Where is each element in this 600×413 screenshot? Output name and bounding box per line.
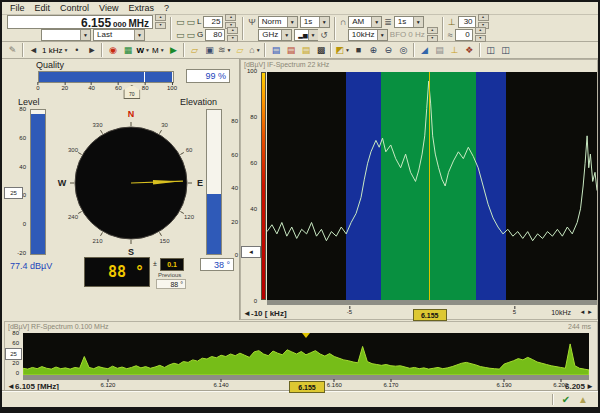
waterfall-combo[interactable]: W▼ <box>135 43 151 57</box>
elevation-scale: 806040200 <box>224 118 240 258</box>
memory-combo[interactable]: Last ▼ <box>93 29 145 41</box>
rf-panel-title: [dBµV] RF-Spectrum 0.100 MHz <box>8 323 109 330</box>
if-trace-line <box>267 81 597 241</box>
report-red-icon[interactable]: ▤ <box>283 43 298 57</box>
bfo-spinner[interactable]: ▴▾ <box>427 27 438 42</box>
report-blue-icon[interactable]: ▤ <box>268 43 283 57</box>
export-folder-icon[interactable]: ▱ <box>232 43 247 57</box>
if-x-tick-label: 5 <box>513 306 516 315</box>
bearing-tool-icon[interactable]: ◢ <box>417 43 432 57</box>
printer-icon: ▤ <box>435 45 444 55</box>
agc-spinner[interactable]: ▴▾ <box>475 27 486 42</box>
annotate-pen-icon: ✎ <box>9 45 17 55</box>
step-size-combo[interactable]: 1 kHz▼ <box>41 43 69 57</box>
step-dot-button[interactable]: • <box>69 43 84 57</box>
if-scroll-left-icon[interactable]: ◄ <box>243 309 251 318</box>
quality-tick-label: 40 <box>88 82 95 91</box>
repeat-icon[interactable]: ↺ <box>320 30 328 40</box>
range-combo[interactable]: GHz ▼ <box>258 29 292 41</box>
map-view-combo[interactable]: ⌂▼ <box>247 43 262 57</box>
zoom-select-icon[interactable]: ◎ <box>396 43 411 57</box>
printer-icon[interactable]: ▤ <box>432 43 447 57</box>
meas-time-combo[interactable]: 1s ▼ <box>300 16 330 28</box>
cascade-windows-icon: ◫ <box>501 45 510 55</box>
modulation-value: AM <box>352 17 364 26</box>
if-marker-line[interactable] <box>429 72 430 300</box>
level-gradient-bar <box>261 72 266 300</box>
hold-time-combo[interactable]: 1s ▼ <box>394 16 424 28</box>
ok-check-icon: ✔ <box>562 395 570 405</box>
rx-mode-value: Norm <box>262 17 282 26</box>
modulation-combo[interactable]: AM ▼ <box>348 16 382 28</box>
squelch-value: 25 <box>212 17 221 26</box>
rf-marker-flag[interactable]: 6.155 <box>289 381 325 393</box>
rf-marker-triangle-icon[interactable] <box>302 333 310 338</box>
if-spectrum-plot[interactable] <box>267 72 597 300</box>
scale-tick-label: 60 <box>224 152 240 158</box>
agc-field[interactable]: 0 <box>455 29 473 41</box>
step-forward-button[interactable]: ► <box>84 43 99 57</box>
report-yellow-icon[interactable]: ▤ <box>298 43 313 57</box>
rx-mode-combo[interactable]: Norm ▼ <box>258 16 298 28</box>
scale-tick-label: 0 <box>241 298 259 304</box>
attenuation-field[interactable]: 30 <box>458 16 476 28</box>
start-measure-button[interactable]: ▶ <box>166 43 181 57</box>
rf-scroll-left-icon[interactable]: ◄ <box>7 382 15 391</box>
record-button[interactable]: ◉ <box>105 43 120 57</box>
chevron-down-icon: ▼ <box>134 30 144 40</box>
menu-help[interactable]: ? <box>159 3 174 13</box>
chevron-down-icon: ▼ <box>413 17 423 27</box>
meas-time-value: 1s <box>304 17 312 26</box>
rf-scroll-right-icon[interactable]: ► <box>586 382 594 391</box>
antenna-tool-icon: ⊥ <box>450 45 458 55</box>
tile-windows-icon[interactable]: ◫ <box>483 43 498 57</box>
track-tool-icon[interactable]: ❖ <box>462 43 477 57</box>
gain-value-field[interactable]: 80 <box>205 29 225 41</box>
open-folder-icon: ▱ <box>191 45 198 55</box>
track-tool-icon: ❖ <box>465 45 473 55</box>
level-pointer[interactable]: 25 <box>4 187 23 199</box>
menu-view[interactable]: View <box>94 3 123 13</box>
if-threshold-handle[interactable]: ◄ <box>241 246 261 258</box>
squelch-label: L <box>197 17 201 26</box>
rf-spectrum-plot[interactable] <box>23 333 589 375</box>
scan-mode-combo[interactable]: ▂▅ ▼ <box>294 29 318 41</box>
memory-combo-button[interactable]: M▼ <box>151 43 166 57</box>
frequency-unit: MHz <box>128 18 149 29</box>
azimuth-uncertainty: 0.1 <box>167 261 177 268</box>
stop-button[interactable]: ■ <box>351 43 366 57</box>
step-back-button[interactable]: ◄ <box>26 43 41 57</box>
zoom-out-icon[interactable]: ⊖ <box>381 43 396 57</box>
rf-x-tick-label: 6.120 <box>100 379 115 388</box>
gain-spinner[interactable]: ▴▾ <box>227 27 238 42</box>
menu-edit[interactable]: Edit <box>30 3 56 13</box>
if-span-arrows[interactable]: ◄ ► <box>579 309 593 315</box>
menu-control[interactable]: Control <box>55 3 94 13</box>
frequency-display[interactable]: 6.155 000 MHz <box>7 15 153 29</box>
squelch-value-field[interactable]: 25 <box>203 16 223 28</box>
toolbar-separator <box>183 43 185 57</box>
toolbar-separator <box>170 17 172 40</box>
audio-level-combo[interactable]: ≋▼ <box>217 43 233 57</box>
menu-bar: FileEditControlViewExtras? <box>2 2 598 15</box>
open-folder-icon[interactable]: ▱ <box>187 43 202 57</box>
zoom-in-icon[interactable]: ⊕ <box>366 43 381 57</box>
antenna-tool-icon[interactable]: ⊥ <box>447 43 462 57</box>
elevation-value-box: 38 ° <box>200 258 234 271</box>
save-icon[interactable]: ▣ <box>202 43 217 57</box>
dark-display-icon[interactable]: ▩ <box>313 43 328 57</box>
menu-file[interactable]: File <box>5 3 30 13</box>
rf-threshold-handle[interactable]: 25 <box>5 348 22 360</box>
cascade-windows-icon[interactable]: ◫ <box>498 43 513 57</box>
step-size-combo-label: 1 kHz <box>42 46 62 55</box>
preset-combo[interactable]: ▼ <box>41 29 91 41</box>
screen-layout-combo[interactable]: ◩▼ <box>334 43 350 57</box>
if-marker-flag[interactable]: 6.155 <box>413 309 447 321</box>
annotate-pen-icon[interactable]: ✎ <box>5 43 20 57</box>
bandwidth-combo[interactable]: 10kHz ▼ <box>348 29 388 41</box>
video-display-button[interactable]: ▦ <box>120 43 135 57</box>
frequency-spinner[interactable]: ▴▾ <box>155 14 166 29</box>
menu-extras[interactable]: Extras <box>123 3 159 13</box>
previous-azimuth-value: 88 ° <box>170 281 183 288</box>
speaker-lines-icon: ≣ <box>384 17 392 27</box>
